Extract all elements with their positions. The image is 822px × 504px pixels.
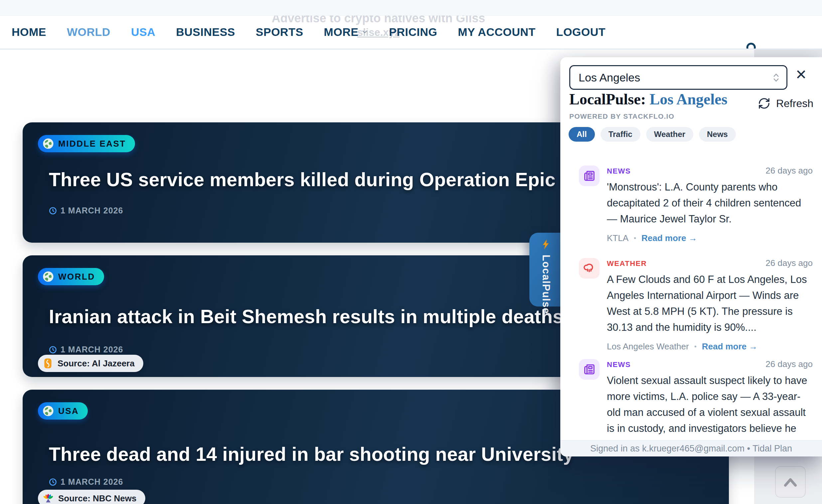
item-timestamp: 26 days ago (766, 359, 813, 369)
item-text: A Few Clouds and 60 F at Los Angeles, Lo… (607, 272, 813, 336)
article-date-text: 1 MARCH 2026 (60, 206, 123, 215)
feed-item-news-2: NEWS 26 days ago Violent sexual assault … (579, 359, 813, 453)
filter-chip-news[interactable]: News (699, 127, 736, 142)
al-jazeera-icon (43, 358, 53, 369)
nav-item-pricing[interactable]: PRICING (389, 26, 437, 39)
nav-item-my-account[interactable]: MY ACCOUNT (458, 26, 536, 39)
article-date: 1 MARCH 2026 (49, 345, 123, 354)
newspaper-icon (579, 165, 599, 186)
source-label: Source: NBC News (58, 493, 137, 504)
chevron-down-icon (361, 28, 368, 36)
refresh-label: Refresh (776, 97, 813, 110)
item-source: Los Angeles Weather (607, 342, 689, 352)
clock-icon (49, 346, 57, 354)
localpulse-tab[interactable]: LocalPulse (529, 233, 563, 307)
account-status-bar: Signed in as k.krueger465@gmail.com • Ti… (560, 440, 822, 456)
nav-item-business[interactable]: BUSINESS (176, 26, 235, 39)
category-badge: MIDDLE EAST (38, 135, 135, 152)
filter-chip-traffic[interactable]: Traffic (600, 127, 641, 142)
read-more-link[interactable]: Read more → (702, 342, 758, 352)
nbc-peacock-icon (43, 493, 54, 503)
feed-item-body: NEWS 26 days ago 'Monstrous': L.A. Count… (607, 165, 813, 243)
globe-icon (43, 405, 54, 417)
item-timestamp: 26 days ago (766, 165, 813, 176)
chevron-up-icon (782, 475, 799, 489)
filter-chips: All Traffic Weather News (568, 127, 736, 142)
nav-item-more[interactable]: MORE (324, 26, 368, 39)
source-chip: Source: Al Jazeera (38, 355, 143, 372)
newspaper-icon (579, 359, 599, 380)
refresh-button[interactable]: Refresh (758, 97, 813, 110)
powered-by: POWERED BY STACKFLO.IO (569, 112, 674, 120)
separator-dot: • (694, 343, 697, 351)
city-select-value: Los Angeles (578, 71, 772, 84)
panel-title: LocalPulse: Los Angeles (569, 90, 727, 108)
nav-item-logout[interactable]: LOGOUT (556, 26, 605, 39)
article-headline: Three dead and 14 injured in bar shootin… (49, 443, 574, 465)
panel-title-city: Los Angeles (650, 91, 727, 108)
article-headline: Iranian attack in Beit Shemesh results i… (49, 306, 574, 328)
item-type-label: WEATHER (607, 259, 647, 268)
nav-item-world[interactable]: WORLD (67, 26, 110, 39)
city-select[interactable]: Los Angeles (569, 65, 787, 90)
read-more-link[interactable]: Read more → (642, 233, 697, 243)
search-icon (745, 41, 760, 50)
rain-cloud-icon (579, 258, 599, 279)
clock-icon (49, 207, 57, 215)
panel-title-prefix: LocalPulse: (569, 91, 646, 108)
refresh-icon (758, 97, 771, 110)
search-button[interactable] (745, 41, 760, 50)
article-date-text: 1 MARCH 2026 (60, 477, 123, 487)
lightning-bolt-icon (540, 239, 552, 250)
nav-item-sports[interactable]: SPORTS (256, 26, 303, 39)
article-headline: Three US service members killed during O… (49, 168, 584, 190)
nav-item-home[interactable]: HOME (12, 26, 46, 39)
localpulse-panel: Los Angeles ✕ LocalPulse: Los Angeles Re… (560, 57, 822, 456)
filter-chip-all[interactable]: All (568, 127, 595, 142)
article-date-text: 1 MARCH 2026 (60, 345, 123, 354)
filter-chip-weather[interactable]: Weather (646, 127, 693, 142)
category-label: WORLD (58, 272, 95, 282)
article-date: 1 MARCH 2026 (49, 477, 123, 487)
select-stepper-icon (772, 73, 780, 82)
category-badge: WORLD (38, 268, 104, 285)
separator-dot: • (634, 234, 636, 242)
top-strip (0, 0, 822, 16)
nav-links: HOME WORLD USA BUSINESS SPORTS MORE PRIC… (0, 15, 822, 49)
item-text: 'Monstrous': L.A. County parents who dec… (607, 179, 813, 227)
source-label: Source: Al Jazeera (57, 358, 135, 369)
feed-item-news-1: NEWS 26 days ago 'Monstrous': L.A. Count… (579, 165, 813, 243)
item-type-label: NEWS (607, 167, 631, 175)
feed-item-body: NEWS 26 days ago Violent sexual assault … (607, 359, 813, 453)
feed-item-weather: WEATHER 26 days ago A Few Clouds and 60 … (579, 258, 813, 352)
globe-icon (43, 138, 54, 149)
category-label: MIDDLE EAST (58, 139, 126, 149)
close-button[interactable]: ✕ (792, 66, 810, 83)
nav-item-usa[interactable]: USA (131, 26, 155, 39)
clock-icon (49, 478, 57, 486)
item-timestamp: 26 days ago (766, 258, 813, 268)
item-type-label: NEWS (607, 360, 631, 369)
page: Advertise to crypto natives with Gliss s… (0, 0, 822, 504)
category-label: USA (58, 406, 79, 416)
source-chip: Source: NBC News (38, 490, 145, 504)
scroll-to-top-button[interactable] (775, 466, 806, 498)
article-date: 1 MARCH 2026 (49, 206, 123, 215)
localpulse-tab-label: LocalPulse (540, 255, 552, 314)
globe-icon (43, 271, 54, 282)
feed-item-body: WEATHER 26 days ago A Few Clouds and 60 … (607, 258, 813, 352)
item-source: KTLA (607, 233, 629, 243)
main-nav: Advertise to crypto natives with Gliss s… (0, 15, 822, 50)
nav-item-more-label: MORE (324, 26, 359, 39)
category-badge: USA (38, 402, 88, 420)
